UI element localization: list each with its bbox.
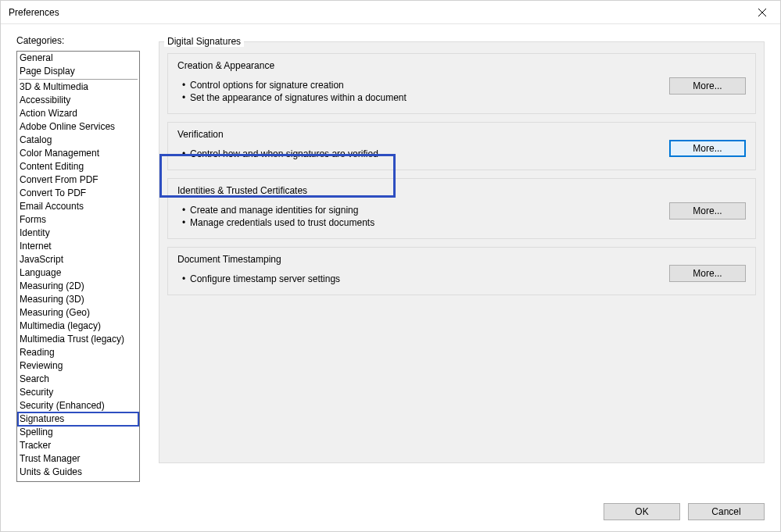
- category-item-language[interactable]: Language: [17, 266, 139, 280]
- section-bullet: Control how and when signatures are veri…: [177, 148, 660, 160]
- category-item-security-enhanced-[interactable]: Security (Enhanced): [17, 399, 139, 412]
- section-text: Document TimestampingConfigure timestamp…: [177, 254, 660, 285]
- section-bullet: Create and manage identities for signing: [177, 204, 660, 216]
- cancel-button[interactable]: Cancel: [688, 503, 765, 520]
- section-document-timestamping: Document TimestampingConfigure timestamp…: [167, 247, 756, 295]
- preferences-window: Preferences Categories: GeneralPage Disp…: [0, 0, 781, 532]
- categories-panel: Categories: GeneralPage Display3D & Mult…: [16, 35, 140, 482]
- category-item-multimedia-trust-legacy-[interactable]: Multimedia Trust (legacy): [17, 333, 139, 346]
- category-item-tracker[interactable]: Tracker: [17, 439, 139, 452]
- category-item-catalog[interactable]: Catalog: [17, 134, 139, 147]
- category-item-color-management[interactable]: Color Management: [17, 147, 139, 160]
- category-item-security[interactable]: Security: [17, 386, 139, 399]
- section-bullet: Set the appearance of signatures within …: [177, 91, 660, 104]
- categories-label: Categories:: [16, 35, 140, 46]
- section-text: VerificationControl how and when signatu…: [177, 129, 660, 160]
- category-item-adobe-online-services[interactable]: Adobe Online Services: [17, 120, 139, 134]
- close-button[interactable]: [744, 1, 780, 24]
- category-divider: [19, 79, 138, 80]
- category-item-search[interactable]: Search: [17, 373, 139, 386]
- group-heading: Digital Signatures: [164, 36, 244, 47]
- ok-button[interactable]: OK: [604, 503, 680, 520]
- section-verification: VerificationControl how and when signatu…: [167, 122, 756, 170]
- category-item-spelling[interactable]: Spelling: [17, 426, 139, 439]
- category-item-action-wizard[interactable]: Action Wizard: [17, 107, 139, 120]
- section-text: Identities & Trusted CertificatesCreate …: [177, 185, 660, 229]
- section-bullet: Control options for signature creation: [177, 79, 660, 91]
- section-creation-appearance: Creation & AppearanceControl options for…: [167, 53, 756, 114]
- category-item-measuring-geo-[interactable]: Measuring (Geo): [17, 306, 139, 320]
- category-item-accessibility[interactable]: Accessibility: [17, 94, 139, 107]
- category-item-reviewing[interactable]: Reviewing: [17, 359, 139, 373]
- more-button-creation-appearance[interactable]: More...: [669, 77, 746, 95]
- settings-panel: Digital Signatures Creation & Appearance…: [159, 35, 765, 463]
- category-item-forms[interactable]: Forms: [17, 213, 139, 227]
- category-item-measuring-2d-[interactable]: Measuring (2D): [17, 280, 139, 293]
- category-item-units-guides[interactable]: Units & Guides: [17, 466, 139, 479]
- category-item-measuring-3d-[interactable]: Measuring (3D): [17, 293, 139, 306]
- section-title: Identities & Trusted Certificates: [177, 185, 660, 196]
- more-button-identities-trusted-certificates[interactable]: More...: [669, 202, 746, 220]
- category-item-content-editing[interactable]: Content Editing: [17, 160, 139, 173]
- category-item-reading[interactable]: Reading: [17, 346, 139, 359]
- main-layout: Categories: GeneralPage Display3D & Mult…: [16, 35, 765, 492]
- category-item-general[interactable]: General: [17, 52, 139, 65]
- categories-list[interactable]: GeneralPage Display3D & MultimediaAccess…: [16, 51, 140, 482]
- more-button-document-timestamping[interactable]: More...: [669, 265, 746, 282]
- section-bullet: Configure timestamp server settings: [177, 273, 660, 285]
- section-bullet: Manage credentials used to trust documen…: [177, 216, 660, 229]
- dialog-footer: OK Cancel: [1, 492, 780, 531]
- content-area: Categories: GeneralPage Display3D & Mult…: [1, 24, 780, 492]
- category-item-updater[interactable]: Updater: [17, 479, 139, 482]
- category-item-email-accounts[interactable]: Email Accounts: [17, 200, 139, 213]
- category-item-trust-manager[interactable]: Trust Manager: [17, 452, 139, 466]
- category-item-convert-to-pdf[interactable]: Convert To PDF: [17, 187, 139, 200]
- category-item-multimedia-legacy-[interactable]: Multimedia (legacy): [17, 320, 139, 333]
- section-identities-trusted-certificates: Identities & Trusted CertificatesCreate …: [167, 178, 756, 239]
- category-item-page-display[interactable]: Page Display: [17, 65, 139, 78]
- digital-signatures-group: Digital Signatures Creation & Appearance…: [159, 41, 765, 463]
- sections-container: Creation & AppearanceControl options for…: [167, 53, 756, 295]
- section-title: Creation & Appearance: [177, 60, 660, 71]
- section-text: Creation & AppearanceControl options for…: [177, 60, 660, 104]
- category-item-convert-from-pdf[interactable]: Convert From PDF: [17, 173, 139, 187]
- category-item-javascript[interactable]: JavaScript: [17, 253, 139, 266]
- category-item-signatures[interactable]: Signatures: [17, 412, 139, 427]
- close-icon: [758, 9, 766, 16]
- category-item-identity[interactable]: Identity: [17, 227, 139, 240]
- titlebar: Preferences: [1, 1, 780, 24]
- category-item-internet[interactable]: Internet: [17, 240, 139, 253]
- section-title: Document Timestamping: [177, 254, 660, 265]
- category-item-3d-multimedia[interactable]: 3D & Multimedia: [17, 80, 139, 94]
- window-title: Preferences: [9, 7, 59, 18]
- section-title: Verification: [177, 129, 660, 140]
- more-button-verification[interactable]: More...: [669, 140, 746, 157]
